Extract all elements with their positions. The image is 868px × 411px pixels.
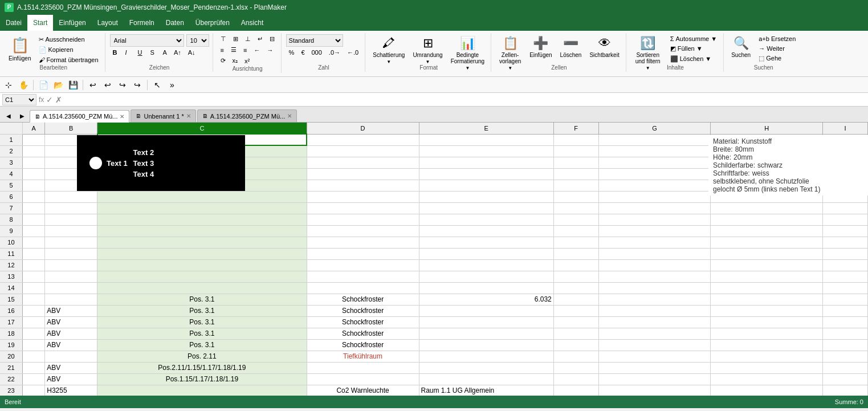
- cell-b11[interactable]: [45, 248, 97, 259]
- zellen-loeschen-button[interactable]: ➖ Löschen: [557, 34, 585, 64]
- cell-ref-box[interactable]: C1: [2, 94, 36, 105]
- tab-2-close[interactable]: ✕: [287, 113, 292, 119]
- cell-g17[interactable]: [598, 316, 711, 328]
- cell-c18[interactable]: Pos. 3.1: [97, 328, 307, 339]
- sortieren-button[interactable]: 🔃 Sortierenund filtern ▼: [631, 34, 665, 64]
- cell-e23[interactable]: Raum 1.1 UG Allgemein: [419, 385, 553, 396]
- currency-button[interactable]: €: [298, 48, 307, 57]
- cell-f23[interactable]: [553, 385, 598, 396]
- table-row[interactable]: 10: [0, 237, 868, 248]
- cell-f15[interactable]: [553, 294, 598, 305]
- cell-i11[interactable]: [823, 248, 868, 259]
- cell-d16[interactable]: Schockfroster: [307, 305, 419, 316]
- cell-g2[interactable]: [598, 145, 711, 157]
- cell-e2[interactable]: [419, 145, 553, 157]
- cell-f21[interactable]: [553, 362, 598, 373]
- cell-h13[interactable]: [711, 271, 823, 282]
- cell-d2[interactable]: [307, 145, 419, 157]
- col-header-g[interactable]: G: [598, 123, 711, 134]
- font-size-down-button[interactable]: A↓: [185, 48, 198, 57]
- cell-i10[interactable]: [823, 237, 868, 248]
- cell-i13[interactable]: [823, 271, 868, 282]
- number-format-selector[interactable]: Standard: [286, 34, 343, 47]
- cell-c19[interactable]: Pos. 3.1: [97, 339, 307, 351]
- einfuegen-button[interactable]: 📋 Einfügen: [6, 35, 34, 64]
- cell-g15[interactable]: [598, 294, 711, 305]
- bedingte-formatierung-button[interactable]: 📊 BedingteFormatierung ▼: [448, 34, 487, 64]
- cell-g3[interactable]: [598, 157, 711, 168]
- cell-a22[interactable]: [22, 373, 44, 385]
- menu-layout[interactable]: Layout: [92, 15, 124, 31]
- tab-scroll-left[interactable]: ◀: [2, 109, 15, 122]
- cell-h8[interactable]: [711, 214, 823, 225]
- toolbar-icon-open[interactable]: 📂: [52, 79, 64, 91]
- cell-g22[interactable]: [598, 373, 711, 385]
- table-row[interactable]: 18ABVPos. 3.1Schockfroster: [0, 328, 868, 339]
- cell-b15[interactable]: [45, 294, 97, 305]
- col-header-d[interactable]: D: [307, 123, 419, 134]
- cell-a10[interactable]: [22, 237, 44, 248]
- cell-h21[interactable]: [711, 362, 823, 373]
- cell-f8[interactable]: [553, 214, 598, 225]
- cell-e9[interactable]: [419, 225, 553, 237]
- align-center-button[interactable]: ☰: [228, 45, 239, 55]
- cell-c9[interactable]: [97, 225, 307, 237]
- text-direction-button[interactable]: ⟳: [218, 56, 229, 66]
- cell-d15[interactable]: Schockfroster: [307, 294, 419, 305]
- table-row[interactable]: 17ABVPos. 3.1Schockfroster: [0, 316, 868, 328]
- cell-d14[interactable]: [307, 282, 419, 294]
- cell-g9[interactable]: [598, 225, 711, 237]
- cell-f16[interactable]: [553, 305, 598, 316]
- cell-e5[interactable]: [419, 180, 553, 191]
- cell-d20[interactable]: Tiefkühlraum: [307, 351, 419, 362]
- tab-0-close[interactable]: ✕: [120, 113, 124, 120]
- cell-d9[interactable]: [307, 225, 419, 237]
- cell-c17[interactable]: Pos. 3.1: [97, 316, 307, 328]
- cell-a17[interactable]: [22, 316, 44, 328]
- cell-i22[interactable]: [823, 373, 868, 385]
- cell-c7[interactable]: [97, 202, 307, 214]
- cell-g11[interactable]: [598, 248, 711, 259]
- cell-e6[interactable]: [419, 191, 553, 202]
- cell-b20[interactable]: [45, 351, 97, 362]
- align-middle-button[interactable]: ⊞: [230, 34, 241, 44]
- cell-b21[interactable]: ABV: [45, 362, 97, 373]
- cell-d12[interactable]: [307, 259, 419, 271]
- cell-f3[interactable]: [553, 157, 598, 168]
- bold-button[interactable]: B: [110, 48, 121, 57]
- toolbar-icon-save[interactable]: 💾: [67, 79, 79, 91]
- cell-b9[interactable]: [45, 225, 97, 237]
- cell-e3[interactable]: [419, 157, 553, 168]
- cell-g13[interactable]: [598, 271, 711, 282]
- cell-a13[interactable]: [22, 271, 44, 282]
- table-row[interactable]: 13: [0, 271, 868, 282]
- confirm-formula-icon[interactable]: ✓: [46, 95, 53, 104]
- decimal-increase-button[interactable]: .0→: [326, 48, 343, 57]
- cell-a7[interactable]: [22, 202, 44, 214]
- cell-a6[interactable]: [22, 191, 44, 202]
- cell-f22[interactable]: [553, 373, 598, 385]
- cell-a1[interactable]: [22, 134, 44, 145]
- percent-button[interactable]: %: [286, 48, 298, 57]
- kopieren-button[interactable]: 📄 Kopieren: [36, 45, 101, 55]
- cell-e4[interactable]: [419, 168, 553, 180]
- decimal-decrease-button[interactable]: ←.0: [344, 48, 361, 57]
- cell-b23[interactable]: H3255: [45, 385, 97, 396]
- table-row[interactable]: 8: [0, 214, 868, 225]
- thousands-button[interactable]: 000: [309, 48, 325, 57]
- tab-0[interactable]: 🗎 A.1514.235600_PZM Mü... ✕: [30, 110, 129, 123]
- inhalte-loeschen-button[interactable]: ⬛ Löschen ▼: [667, 54, 720, 64]
- cell-h10[interactable]: [711, 237, 823, 248]
- cell-h17[interactable]: [711, 316, 823, 328]
- cell-d23[interactable]: Co2 Warnleuchte: [307, 385, 419, 396]
- cell-f11[interactable]: [553, 248, 598, 259]
- cell-c15[interactable]: Pos. 3.1: [97, 294, 307, 305]
- cell-a18[interactable]: [22, 328, 44, 339]
- cell-e16[interactable]: [419, 305, 553, 316]
- cell-a21[interactable]: [22, 362, 44, 373]
- cell-g23[interactable]: [598, 385, 711, 396]
- cell-b12[interactable]: [45, 259, 97, 271]
- menu-daten[interactable]: Daten: [160, 15, 190, 31]
- cell-d1[interactable]: [307, 134, 419, 145]
- cell-i7[interactable]: [823, 202, 868, 214]
